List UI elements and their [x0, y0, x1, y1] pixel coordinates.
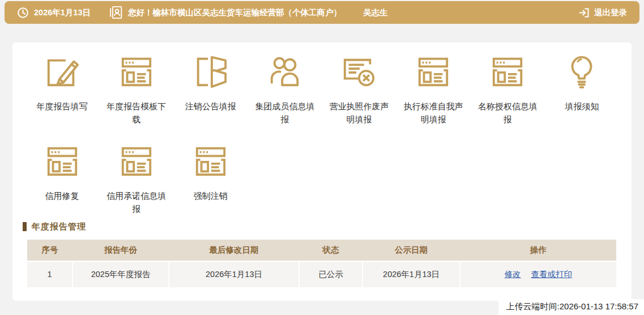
menu-item-cancellation-notice[interactable]: 注销公告填报: [173, 53, 248, 142]
annual-report-section-header: 年度报告管理: [23, 222, 632, 232]
menu-item-label: 执行标准自我声明填报: [402, 100, 465, 126]
menu-item-label: 注销公告填报: [185, 100, 236, 113]
menu-item-license-void[interactable]: 营业执照作废声明填报: [322, 53, 396, 142]
section-bar: [23, 222, 27, 231]
edit-icon: [44, 54, 80, 90]
menu-item-annual-report-fill[interactable]: 年度报告填写: [25, 53, 99, 142]
menu-item-label: 营业执照作废声明填报: [327, 100, 391, 126]
topbar-greeting: 您好！榆林市横山区吴志生货车运输经营部（个体工商户）: [128, 7, 342, 18]
standards-declaration-icon: [415, 54, 451, 90]
topbar-username: 吴志生: [363, 7, 388, 18]
credit-commitment-icon: [118, 143, 155, 180]
menu-item-filing-notice[interactable]: 填报须知: [545, 53, 619, 142]
cell-modified-date: 2026年1月13日: [169, 261, 299, 287]
menu-item-credit-repair[interactable]: 信用修复: [25, 142, 99, 216]
menu-item-label: 信用修复: [45, 189, 79, 202]
menu-item-credit-commitment[interactable]: 信用承诺信息填报: [99, 142, 173, 216]
id-badge-icon: [110, 6, 122, 19]
menu-item-label: 强制注销: [194, 189, 228, 202]
menu-grid: 年度报告填写 年度报告模板下载: [12, 42, 632, 216]
lightbulb-icon: [564, 54, 600, 90]
menu-item-label: 名称授权信息填报: [476, 100, 539, 126]
logout-button[interactable]: 退出登录: [574, 7, 627, 19]
column-header-publish-date: 公示日期: [362, 240, 460, 261]
menu-item-standards-declaration[interactable]: 执行标准自我声明填报: [396, 53, 471, 142]
section-title: 年度报告管理: [32, 222, 86, 232]
topbar: 2026年1月13日 您好！榆林市横山区吴志生货车运输经营部（个体工商户） 吴志…: [5, 1, 639, 24]
cloud-upload-timestamp: 上传云端时间:2026-01-13 17:58:57: [498, 299, 644, 315]
modify-link[interactable]: 修改: [505, 270, 521, 279]
menu-item-label: 年度报告模板下载: [105, 100, 168, 126]
menu-item-label: 信用承诺信息填报: [105, 189, 168, 216]
cell-report-year: 2025年年度报告: [72, 261, 169, 287]
license-void-icon: [341, 54, 377, 90]
column-header-status: 状态: [299, 240, 362, 261]
view-or-print-link[interactable]: 查看或打印: [531, 270, 573, 279]
logout-label: 退出登录: [594, 7, 627, 18]
column-header-modified: 最后修改日期: [169, 240, 299, 261]
cell-status: 已公示: [299, 261, 362, 287]
cell-publish-date: 2026年1月13日: [362, 261, 460, 287]
menu-item-template-download[interactable]: 年度报告模板下载: [99, 53, 173, 142]
column-header-actions: 操作: [460, 240, 616, 261]
logout-icon: [578, 7, 590, 19]
table-row: 1 2025年年度报告 2026年1月13日 已公示 2026年1月13日 修改…: [27, 261, 616, 287]
menu-item-label: 填报须知: [565, 100, 599, 113]
clock-icon: [17, 7, 29, 19]
credit-repair-icon: [44, 143, 80, 180]
menu-item-group-members[interactable]: 集团成员信息填报: [248, 53, 322, 142]
column-header-seq: 序号: [27, 240, 72, 261]
menu-item-forced-cancellation[interactable]: 强制注销: [173, 142, 248, 216]
menu-item-label: 年度报告填写: [37, 100, 88, 113]
group-members-icon: [267, 54, 303, 90]
menu-item-name-authorization[interactable]: 名称授权信息填报: [471, 53, 545, 142]
table-header-row: 序号 报告年份 最后修改日期 状态 公示日期 操作: [27, 240, 616, 261]
forced-cancellation-icon: [193, 143, 229, 180]
template-download-icon: [118, 54, 155, 90]
cell-seq: 1: [27, 261, 72, 287]
annual-report-table: 序号 报告年份 最后修改日期 状态 公示日期 操作 1 2025年年度报告 20…: [27, 240, 616, 287]
cancellation-notice-icon: [193, 54, 229, 90]
cell-actions: 修改 查看或打印: [460, 261, 616, 287]
main-panel: 年度报告填写 年度报告模板下载: [12, 42, 632, 301]
topbar-date: 2026年1月13日: [34, 7, 91, 18]
column-header-year: 报告年份: [72, 240, 169, 261]
menu-item-label: 集团成员信息填报: [253, 100, 317, 126]
name-authorization-icon: [489, 54, 526, 90]
